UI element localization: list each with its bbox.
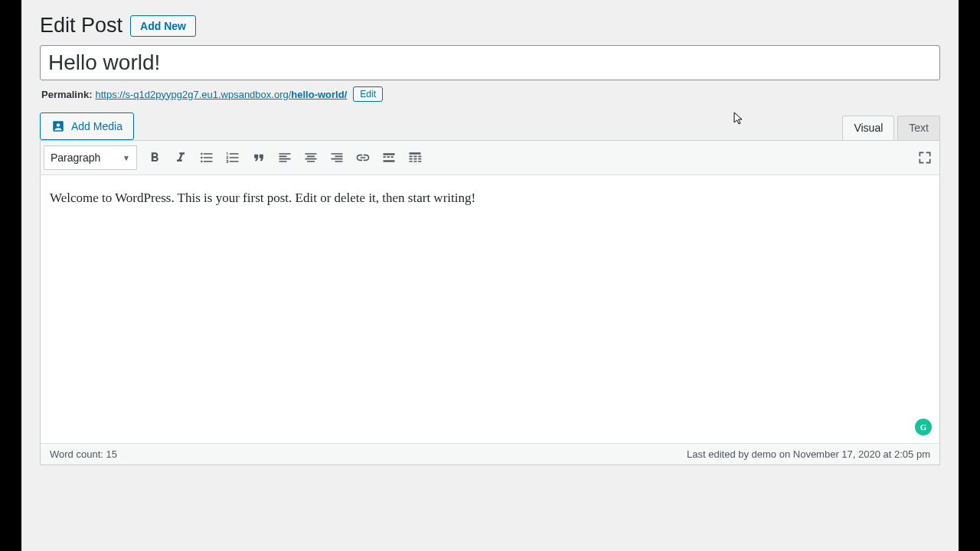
editor-status-bar: Word count: 15 Last edited by demo on No…	[41, 443, 939, 465]
link-button[interactable]	[350, 145, 376, 171]
bullet-list-button[interactable]	[194, 145, 220, 171]
last-edited: Last edited by demo on November 17, 2020…	[687, 448, 930, 460]
chevron-down-icon: ▼	[122, 154, 130, 162]
permalink-base: https://s-q1d2pyypg2g7.eu1.wpsandbox.org…	[95, 89, 291, 100]
blockquote-button[interactable]	[246, 145, 272, 171]
format-selected-label: Paragraph	[51, 152, 100, 164]
permalink-slug: hello-world/	[291, 89, 347, 100]
word-count: Word count: 15	[50, 448, 117, 460]
editor-wrap: Paragraph ▼ Welcome to WordPress. This i…	[40, 140, 940, 465]
tab-text[interactable]: Text	[897, 116, 940, 140]
permalink-label: Permalink:	[41, 89, 92, 100]
page-title: Edit Post	[40, 14, 122, 37]
add-new-button[interactable]: Add New	[130, 15, 196, 37]
align-right-button[interactable]	[324, 145, 350, 171]
toolbar-toggle-button[interactable]	[402, 145, 428, 171]
permalink-link[interactable]: https://s-q1d2pyypg2g7.eu1.wpsandbox.org…	[95, 89, 347, 100]
permalink-edit-button[interactable]: Edit	[353, 86, 383, 102]
editor-toolbar: Paragraph ▼	[41, 141, 939, 175]
numbered-list-button[interactable]	[220, 145, 246, 171]
align-left-button[interactable]	[272, 145, 298, 171]
format-select[interactable]: Paragraph ▼	[44, 145, 137, 170]
grammarly-badge-icon[interactable]: G	[915, 419, 932, 435]
editor-content[interactable]: Welcome to WordPress. This is your first…	[41, 175, 939, 443]
post-title-input[interactable]	[40, 45, 940, 80]
post-body-text: Welcome to WordPress. This is your first…	[50, 191, 930, 206]
read-more-button[interactable]	[376, 145, 402, 171]
add-media-button[interactable]: Add Media	[40, 112, 134, 140]
permalink-row: Permalink: https://s-q1d2pyypg2g7.eu1.wp…	[21, 80, 959, 112]
italic-button[interactable]	[168, 145, 194, 171]
bold-button[interactable]	[142, 145, 168, 171]
tab-visual[interactable]: Visual	[842, 116, 894, 140]
add-media-label: Add Media	[71, 120, 122, 132]
align-center-button[interactable]	[298, 145, 324, 171]
media-icon	[51, 119, 65, 133]
fullscreen-button[interactable]	[912, 145, 938, 171]
